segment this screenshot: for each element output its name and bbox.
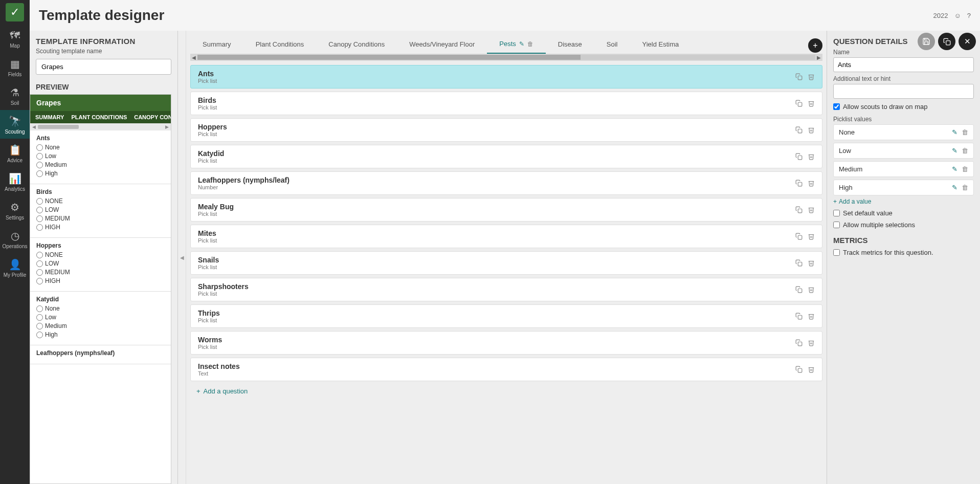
question-row[interactable]: Leafhoppers (nymphs/leaf)Number <box>190 171 822 195</box>
nav-item-advice[interactable]: 📋Advice <box>0 139 30 167</box>
details-hint-input[interactable] <box>833 84 974 99</box>
preview-option[interactable]: None <box>36 144 165 151</box>
question-row[interactable]: Mealy BugPick list <box>190 198 822 222</box>
preview-option[interactable]: Medium <box>36 322 165 329</box>
question-row[interactable]: BirdsPick list <box>190 92 822 115</box>
preview-option[interactable]: LOW <box>36 260 165 267</box>
question-row[interactable]: AntsPick list <box>190 65 822 89</box>
trash-icon[interactable]: 🗑 <box>527 40 533 48</box>
question-row[interactable]: SnailsPick list <box>190 251 822 275</box>
copy-icon[interactable] <box>795 366 803 373</box>
pencil-icon[interactable]: ✎ <box>952 147 957 155</box>
copy-icon[interactable] <box>795 339 803 346</box>
copy-icon[interactable] <box>795 233 803 240</box>
preview-option[interactable]: NONE <box>36 251 165 258</box>
details-name-input[interactable] <box>833 57 974 72</box>
question-row[interactable]: ThripsPick list <box>190 304 822 328</box>
pencil-icon[interactable]: ✎ <box>952 165 957 173</box>
pencil-icon[interactable]: ✎ <box>952 184 957 191</box>
copy-icon[interactable] <box>795 259 803 267</box>
copy-icon[interactable] <box>795 73 803 80</box>
copy-icon[interactable] <box>795 313 803 320</box>
trash-icon[interactable] <box>808 100 815 107</box>
resize-handle-left[interactable]: ◀ <box>178 31 186 484</box>
trash-icon[interactable]: 🗑 <box>962 184 968 191</box>
section-tab-summary[interactable]: Summary <box>190 37 243 54</box>
question-row[interactable]: SharpshootersPick list <box>190 278 822 301</box>
help-icon[interactable]: ? <box>967 12 971 19</box>
template-name-input[interactable] <box>36 59 171 75</box>
copy-icon[interactable] <box>795 206 803 213</box>
section-tab-pests[interactable]: Pests✎🗑 <box>487 37 546 54</box>
nav-item-my-profile[interactable]: 👤My Profile <box>0 253 30 282</box>
question-row[interactable]: KatydidPick list <box>190 145 822 168</box>
section-tab-canopy-conditions[interactable]: Canopy Conditions <box>316 37 397 54</box>
question-row[interactable]: MitesPick list <box>190 225 822 248</box>
section-tab-yield-estima[interactable]: Yield Estima <box>630 37 691 54</box>
copy-icon[interactable] <box>795 286 803 293</box>
preview-tab[interactable]: PLANT CONDITIONS <box>71 114 127 120</box>
preview-option[interactable]: None <box>36 305 165 312</box>
nav-item-soil[interactable]: ⚗Soil <box>0 81 30 110</box>
nav-item-operations[interactable]: ◷Operations <box>0 225 30 253</box>
preview-option[interactable]: MEDIUM <box>36 215 165 222</box>
allow-draw-checkbox[interactable] <box>833 103 840 110</box>
preview-option[interactable]: MEDIUM <box>36 269 165 276</box>
trash-icon[interactable]: 🗑 <box>962 165 968 173</box>
pencil-icon[interactable]: ✎ <box>952 128 957 136</box>
nav-item-settings[interactable]: ⚙Settings <box>0 196 30 225</box>
preview-option[interactable]: Low <box>36 314 165 321</box>
trash-icon[interactable] <box>808 180 815 187</box>
trash-icon[interactable] <box>808 313 815 320</box>
section-tab-soil[interactable]: Soil <box>594 37 630 54</box>
question-row[interactable]: Insect notesText <box>190 358 822 381</box>
copy-icon[interactable] <box>795 153 803 160</box>
feedback-icon[interactable]: ☺ <box>954 12 961 19</box>
set-default-checkbox[interactable] <box>833 210 840 216</box>
preview-option[interactable]: NONE <box>36 197 165 205</box>
preview-tab[interactable]: CANOPY CON <box>134 114 171 120</box>
copy-icon[interactable] <box>795 180 803 187</box>
preview-option[interactable]: Low <box>36 152 165 160</box>
section-tab-plant-conditions[interactable]: Plant Conditions <box>243 37 317 54</box>
trash-icon[interactable] <box>808 339 815 346</box>
trash-icon[interactable] <box>808 233 815 240</box>
duplicate-button[interactable] <box>938 33 955 50</box>
preview-option[interactable]: High <box>36 170 165 177</box>
close-button[interactable]: ✕ <box>959 33 976 50</box>
preview-option[interactable]: High <box>36 331 165 338</box>
nav-item-map[interactable]: 🗺Map <box>0 25 30 53</box>
copy-icon[interactable] <box>795 126 803 134</box>
trash-icon[interactable]: 🗑 <box>962 147 968 155</box>
nav-item-fields[interactable]: ▦Fields <box>0 53 30 81</box>
preview-option[interactable]: HIGH <box>36 224 165 231</box>
pencil-icon[interactable]: ✎ <box>519 40 524 48</box>
trash-icon[interactable] <box>808 206 815 213</box>
nav-item-scouting[interactable]: 🔭Scouting <box>0 110 30 139</box>
allow-multiple-checkbox[interactable] <box>833 222 840 228</box>
question-row[interactable]: HoppersPick list <box>190 118 822 142</box>
tabs-scrollbar[interactable]: ◀ ▶ <box>190 54 822 61</box>
preview-option[interactable]: LOW <box>36 206 165 213</box>
section-tab-disease[interactable]: Disease <box>546 37 594 54</box>
trash-icon[interactable]: 🗑 <box>962 128 968 136</box>
trash-icon[interactable] <box>808 366 815 373</box>
track-metrics-checkbox[interactable] <box>833 249 840 256</box>
save-button[interactable] <box>918 33 935 50</box>
preview-scroll-indicator[interactable]: ◀▶ <box>30 123 171 130</box>
trash-icon[interactable] <box>808 73 815 80</box>
nav-item-analytics[interactable]: 📊Analytics <box>0 167 30 196</box>
trash-icon[interactable] <box>808 259 815 267</box>
trash-icon[interactable] <box>808 153 815 160</box>
trash-icon[interactable] <box>808 286 815 293</box>
add-question-button[interactable]: +Add a question <box>190 384 822 398</box>
section-tab-weeds-vineyard-floor[interactable]: Weeds/Vineyard Floor <box>397 37 487 54</box>
copy-icon[interactable] <box>795 100 803 107</box>
question-row[interactable]: WormsPick list <box>190 331 822 355</box>
add-tab-button[interactable]: + <box>808 38 822 53</box>
preview-option[interactable]: HIGH <box>36 277 165 284</box>
preview-option[interactable]: Medium <box>36 161 165 168</box>
trash-icon[interactable] <box>808 126 815 134</box>
add-picklist-value[interactable]: + Add a value <box>833 198 974 205</box>
preview-tab[interactable]: SUMMARY <box>35 114 64 120</box>
